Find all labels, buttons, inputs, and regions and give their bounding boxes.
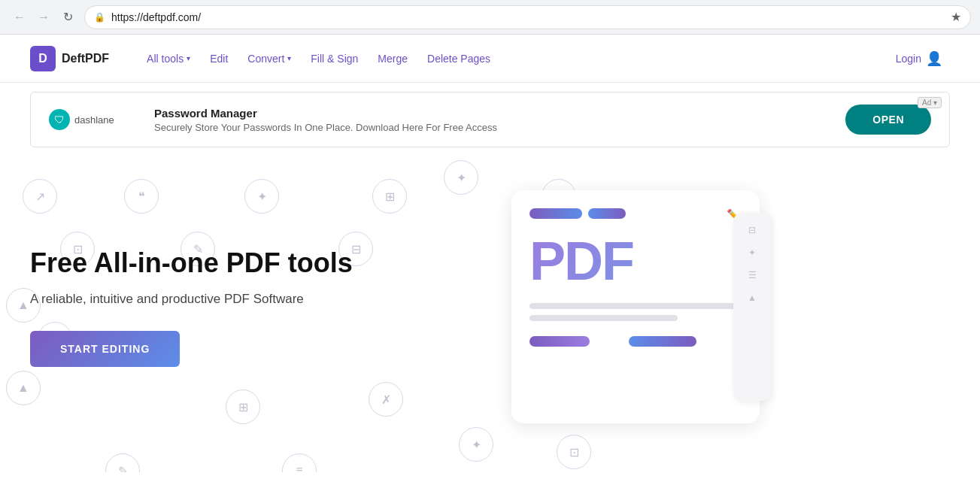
bg-icon-18: ⊡ [557, 435, 591, 469]
pdf-preview-card: ✏️ PDF [511, 190, 760, 423]
dashlane-icon: 🛡 [49, 109, 70, 130]
chevron-down-icon-convert: ▾ [287, 54, 291, 62]
nav-all-tools[interactable]: All tools ▾ [139, 48, 198, 69]
hero-subtitle: A reliable, intuitive and productive PDF… [30, 292, 481, 307]
nav-links: All tools ▾ Edit Convert ▾ Fill & Sign M… [139, 48, 888, 69]
pdf-side-card: ⊟ ✦ ☰ ▲ [733, 213, 771, 401]
bg-icon-14: ⊞ [226, 390, 260, 424]
nav-buttons: ← → ↻ [9, 7, 78, 28]
nav-convert[interactable]: Convert ▾ [240, 48, 299, 69]
bg-icon-4: ⊞ [372, 179, 407, 214]
nav-delete-pages[interactable]: Delete Pages [420, 48, 498, 69]
chevron-down-icon: ▾ [187, 54, 190, 62]
ad-title: Password Manager [154, 107, 830, 120]
address-bar[interactable]: 🔒 ★ [84, 5, 971, 29]
logo-text: DeftPDF [62, 52, 109, 65]
ad-banner: Ad ▾ 🛡 dashlane Password Manager Securel… [30, 92, 950, 147]
hero-section: ↗ ❝ ✦ ⊞ ⊟ ⊡ ✎ ⊟ ✦ ▲ ☰ ▲ ✗ ⊞ ✦ ≡ ✎ ⊡ ✦ Fr… [0, 156, 980, 472]
pdf-lines [529, 303, 742, 321]
logo[interactable]: D DeftPDF [30, 46, 109, 71]
logo-icon: D [30, 46, 56, 71]
dashlane-name: dashlane [74, 114, 114, 126]
pdf-main-text: PDF [529, 234, 742, 288]
bg-icon-13: ✗ [369, 382, 403, 417]
pdf-line-2 [529, 315, 678, 321]
pdf-card-top-bar [529, 208, 742, 219]
pdf-card-bottom [529, 336, 742, 347]
forward-button[interactable]: → [33, 7, 54, 28]
ad-badge[interactable]: Ad ▾ [918, 97, 942, 108]
bookmark-icon[interactable]: ★ [951, 10, 961, 24]
pdf-bottom-bar-1 [529, 336, 590, 347]
hero-title: Free All-in-one PDF tools [30, 247, 481, 279]
pdf-bar-blue [588, 208, 626, 219]
reload-button[interactable]: ↻ [57, 7, 78, 28]
nav-fill-sign[interactable]: Fill & Sign [303, 48, 366, 69]
nav-merge[interactable]: Merge [370, 48, 415, 69]
bg-icon-12: ▲ [6, 371, 41, 405]
ad-text-area: Password Manager Securely Store Your Pas… [154, 107, 830, 133]
nav-right: Login 👤 [888, 46, 950, 71]
pdf-line-1 [529, 303, 742, 309]
bg-icon-17: ✎ [105, 453, 140, 472]
pdf-bar-purple [529, 208, 582, 219]
site-wrapper: D DeftPDF All tools ▾ Edit Convert ▾ Fil… [0, 35, 980, 482]
browser-chrome: ← → ↻ 🔒 ★ [0, 0, 980, 35]
bg-icon-3: ✦ [244, 179, 279, 214]
pdf-bottom-bar-2 [629, 336, 696, 347]
bg-icon-2: ❝ [124, 179, 159, 214]
hero-left: Free All-in-one PDF tools A reliable, in… [30, 247, 481, 366]
dashlane-logo: 🛡 dashlane [49, 109, 139, 130]
navbar: D DeftPDF All tools ▾ Edit Convert ▾ Fil… [0, 35, 980, 83]
lock-icon: 🔒 [94, 12, 105, 23]
hero-right: ✏️ PDF ⊟ ✦ ☰ ▲ [511, 190, 760, 423]
bg-icon-15: ✦ [459, 427, 493, 462]
bg-icon-1: ↗ [23, 179, 57, 214]
login-button[interactable]: Login 👤 [888, 46, 950, 71]
start-editing-button[interactable]: START EDITING [30, 331, 180, 367]
ad-open-button[interactable]: OPEN [845, 105, 931, 135]
back-button[interactable]: ← [9, 7, 30, 28]
url-input[interactable] [111, 11, 945, 23]
ad-subtitle: Securely Store Your Passwords In One Pla… [154, 122, 830, 133]
bg-icon-16: ≡ [282, 453, 317, 472]
nav-edit[interactable]: Edit [202, 48, 235, 69]
bg-icon-19: ✦ [444, 160, 478, 195]
user-icon: 👤 [926, 50, 942, 67]
